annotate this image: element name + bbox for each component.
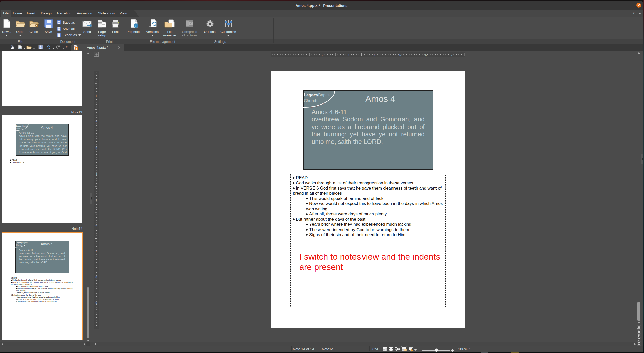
svg-text:...: ... xyxy=(19,47,21,49)
svg-text:s: s xyxy=(76,48,77,50)
svg-text:...: ... xyxy=(118,26,120,28)
svg-text:i: i xyxy=(135,24,136,28)
svg-text:...: ... xyxy=(7,25,9,28)
